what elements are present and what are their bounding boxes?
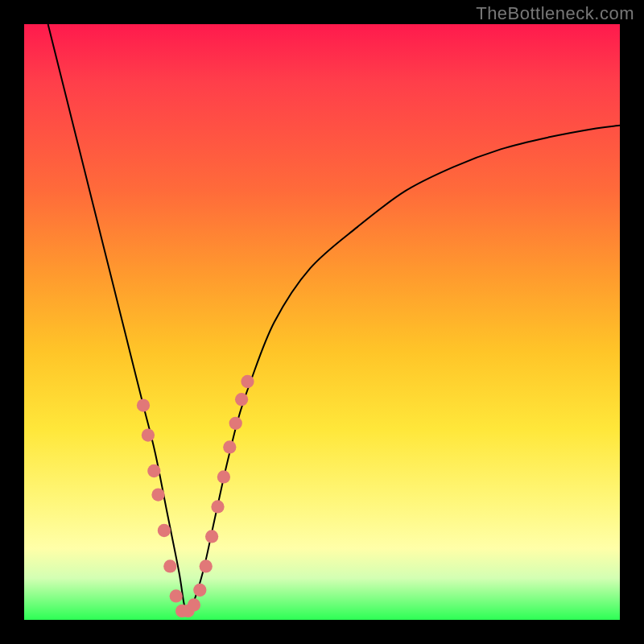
bead-marker [211, 500, 224, 513]
watermark-text: TheBottleneck.com [476, 3, 634, 24]
bead-marker [193, 584, 206, 597]
bead-marker [137, 398, 150, 411]
outer-frame: TheBottleneck.com [0, 0, 644, 644]
bead-marker [241, 375, 254, 388]
bead-marker [217, 470, 230, 483]
bead-marker [205, 530, 218, 543]
plot-area [24, 24, 620, 620]
bead-marker [188, 598, 200, 611]
bead-marker [147, 464, 160, 477]
bead-marker [163, 559, 176, 572]
chart-svg [24, 24, 620, 620]
bead-marker [200, 559, 213, 572]
bead-marker [175, 605, 188, 617]
bead-marker [170, 589, 183, 602]
bead-marker [229, 417, 242, 430]
bead-marker [223, 440, 236, 453]
bead-marker [151, 488, 164, 501]
bead-marker [158, 524, 171, 537]
bead-group [137, 375, 254, 617]
bottleneck-curve [48, 24, 620, 613]
bead-marker [181, 605, 194, 617]
bead-marker [142, 428, 155, 441]
bead-marker [235, 393, 248, 406]
